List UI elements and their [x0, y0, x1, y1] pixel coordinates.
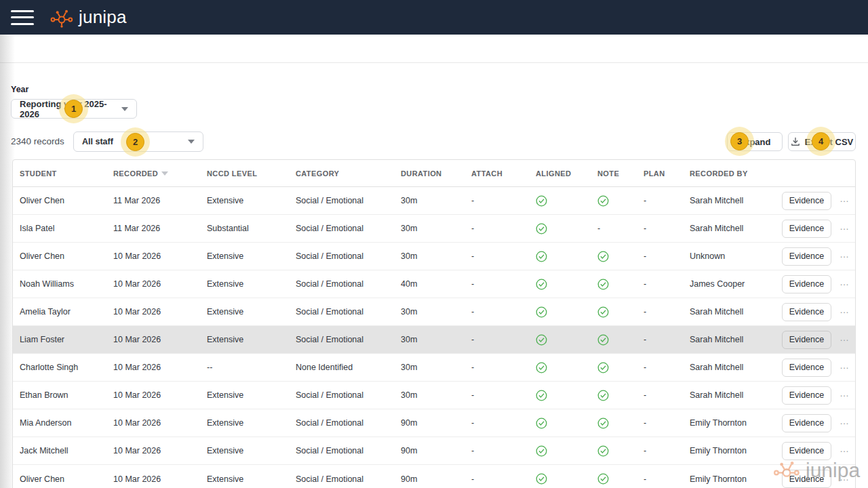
- evidence-button[interactable]: Evidence: [782, 386, 831, 405]
- col-header-recorded-by[interactable]: Recorded By: [683, 169, 774, 178]
- check-circle-icon: [597, 279, 609, 290]
- cell-plan: -: [637, 390, 683, 400]
- cell-student: Mia Anderson: [13, 418, 106, 428]
- table-row[interactable]: Jack Mitchell 10 Mar 2026 Extensive Soci…: [13, 437, 855, 465]
- evidence-button[interactable]: Evidence: [782, 414, 831, 432]
- col-header-attach[interactable]: Attach: [465, 169, 529, 178]
- check-circle-icon: [536, 195, 547, 207]
- cell-recorded-by: Emily Thornton: [683, 474, 774, 484]
- evidence-button[interactable]: Evidence: [782, 220, 831, 238]
- evidence-button[interactable]: Evidence: [782, 303, 831, 321]
- cell-duration: 30m: [394, 196, 465, 205]
- row-menu-icon[interactable]: …: [840, 226, 850, 230]
- cell-nccd-level: --: [200, 363, 289, 372]
- cell-recorded-by: Sarah Mitchell: [683, 335, 774, 344]
- col-header-category[interactable]: Category: [289, 169, 394, 178]
- cell-actions: Evidence …: [774, 331, 855, 349]
- row-menu-icon[interactable]: …: [840, 365, 850, 369]
- table-row[interactable]: Oliver Chen 10 Mar 2026 Extensive Social…: [13, 243, 855, 270]
- cell-student: Ethan Brown: [13, 390, 106, 400]
- cell-category: Social / Emotional: [289, 251, 394, 261]
- row-menu-icon[interactable]: …: [840, 421, 850, 425]
- chevron-down-icon: [121, 107, 128, 111]
- cell-duration: 30m: [394, 390, 465, 400]
- check-circle-icon: [536, 334, 547, 346]
- cell-aligned: [529, 251, 591, 262]
- cell-category: Social / Emotional: [289, 418, 394, 428]
- cell-attach: -: [465, 363, 529, 372]
- annotation-marker-1[interactable]: 1: [64, 100, 83, 118]
- cell-aligned: [529, 390, 591, 401]
- cell-duration: 90m: [394, 418, 465, 428]
- check-circle-icon: [597, 306, 609, 318]
- cell-note: [591, 279, 637, 290]
- table-row[interactable]: Isla Patel 11 Mar 2026 Substantial Socia…: [13, 215, 855, 243]
- table-row[interactable]: Charlotte Singh 10 Mar 2026 -- None Iden…: [13, 354, 855, 382]
- col-header-nccd-level[interactable]: NCCD Level: [200, 169, 289, 178]
- cell-attach: -: [465, 446, 529, 455]
- cell-category: None Identified: [289, 363, 394, 372]
- row-menu-icon[interactable]: …: [840, 310, 850, 314]
- cell-plan: -: [637, 279, 683, 289]
- evidence-button[interactable]: Evidence: [782, 192, 831, 210]
- col-header-note[interactable]: Note: [591, 169, 637, 178]
- table-row[interactable]: Oliver Chen 10 Mar 2026 Extensive Social…: [13, 465, 855, 488]
- table-row[interactable]: Amelia Taylor 10 Mar 2026 Extensive Soci…: [13, 298, 855, 326]
- evidence-button[interactable]: Evidence: [782, 247, 831, 266]
- annotation-marker-3[interactable]: 3: [730, 132, 749, 150]
- col-header-recorded[interactable]: Recorded: [106, 169, 200, 178]
- check-circle-icon: [597, 195, 609, 207]
- cell-student: Liam Foster: [13, 335, 106, 344]
- evidence-button[interactable]: Evidence: [782, 275, 831, 293]
- table-row[interactable]: Oliver Chen 11 Mar 2026 Extensive Social…: [13, 187, 855, 215]
- evidence-button[interactable]: Evidence: [782, 331, 831, 349]
- brand-logo[interactable]: junipa: [49, 5, 127, 30]
- cell-nccd-level: Substantial: [200, 224, 289, 233]
- row-menu-icon[interactable]: …: [840, 393, 850, 397]
- cell-category: Social / Emotional: [289, 279, 394, 289]
- annotation-marker-4[interactable]: 4: [812, 132, 830, 150]
- cell-actions: Evidence …: [774, 275, 855, 293]
- cell-category: Social / Emotional: [289, 307, 394, 317]
- cell-actions: Evidence …: [774, 359, 855, 377]
- cell-aligned: [529, 445, 591, 457]
- row-menu-icon[interactable]: …: [840, 449, 850, 453]
- table-row[interactable]: Noah Williams 10 Mar 2026 Extensive Soci…: [13, 270, 855, 298]
- cell-note: [591, 390, 637, 401]
- brand-name: junipa: [79, 7, 127, 28]
- cell-duration: 30m: [394, 307, 465, 317]
- row-menu-icon[interactable]: …: [840, 338, 850, 342]
- row-menu-icon[interactable]: …: [840, 477, 850, 481]
- evidence-button[interactable]: Evidence: [782, 442, 831, 460]
- cell-attach: -: [465, 335, 529, 344]
- table-row[interactable]: Mia Anderson 10 Mar 2026 Extensive Socia…: [13, 409, 855, 437]
- check-circle-icon: [536, 279, 547, 290]
- year-label: Year: [11, 85, 28, 94]
- cell-recorded-by: Sarah Mitchell: [683, 307, 774, 317]
- menu-icon[interactable]: [11, 10, 34, 25]
- cell-recorded-by: Emily Thornton: [683, 418, 774, 428]
- row-menu-icon[interactable]: …: [840, 254, 850, 258]
- cell-recorded-by: Emily Thornton: [683, 446, 774, 455]
- cell-note: [591, 334, 637, 346]
- table-row[interactable]: Ethan Brown 10 Mar 2026 Extensive Social…: [13, 382, 855, 409]
- row-menu-icon[interactable]: …: [840, 199, 850, 203]
- col-header-aligned[interactable]: Aligned: [529, 169, 591, 178]
- cell-plan: -: [637, 335, 683, 344]
- col-header-student[interactable]: Student: [13, 169, 106, 178]
- col-header-duration[interactable]: Duration: [394, 169, 465, 178]
- cell-recorded: 10 Mar 2026: [106, 363, 200, 372]
- annotation-marker-2[interactable]: 2: [126, 133, 144, 151]
- row-menu-icon[interactable]: …: [840, 282, 850, 286]
- records-count: 2340 records: [11, 136, 64, 146]
- evidence-button[interactable]: Evidence: [782, 359, 831, 377]
- evidence-button[interactable]: Evidence: [782, 470, 831, 488]
- check-circle-icon: [597, 418, 609, 429]
- col-header-plan[interactable]: Plan: [637, 169, 683, 178]
- cell-duration: 30m: [394, 251, 465, 261]
- table-row[interactable]: Liam Foster 10 Mar 2026 Extensive Social…: [13, 326, 855, 354]
- cell-note: [591, 195, 637, 207]
- cell-actions: Evidence …: [774, 247, 855, 266]
- cell-nccd-level: Extensive: [200, 446, 289, 455]
- cell-duration: 90m: [394, 446, 465, 455]
